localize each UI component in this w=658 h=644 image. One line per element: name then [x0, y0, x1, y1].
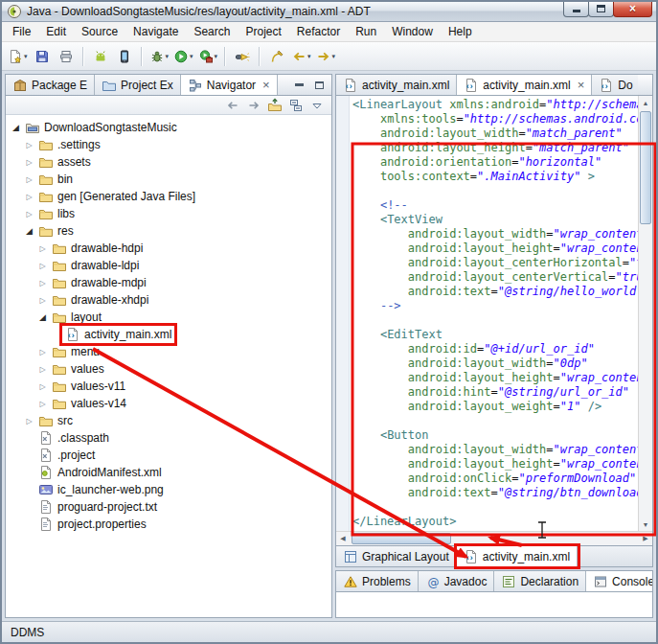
console-tab-declaration[interactable]: Declaration — [494, 571, 586, 591]
twistie-collapsed-icon[interactable]: ▷ — [36, 262, 49, 270]
console-tab-problems[interactable]: Problems — [336, 571, 419, 591]
save-button[interactable] — [31, 45, 54, 68]
avd-manager-button[interactable] — [113, 45, 136, 68]
titlebar[interactable]: Java - DownloadSongtasteMusic/res/layout… — [2, 2, 656, 22]
code-line[interactable]: android:text="@string/hello_world" /> — [352, 285, 638, 299]
last-edit-location-button[interactable] — [265, 45, 288, 68]
menu-window[interactable]: Window — [384, 22, 441, 41]
tree-item-classpath[interactable]: .classpath — [6, 429, 331, 447]
twistie-collapsed-icon[interactable]: ▷ — [36, 400, 49, 408]
code-line[interactable]: android:layout_centerHorizontal="true" — [352, 256, 638, 270]
tree-item-activity-main-xml[interactable]: activity_main.xml — [6, 326, 331, 343]
forward-button[interactable] — [244, 97, 263, 114]
maximize-view-button[interactable] — [310, 78, 328, 93]
view-tab-project-ex[interactable]: Project Ex — [95, 75, 181, 95]
twistie-collapsed-icon[interactable]: ▷ — [23, 175, 35, 184]
menu-run[interactable]: Run — [348, 22, 384, 41]
debug-button[interactable]: ▾ — [147, 45, 171, 68]
collapse-all-button[interactable] — [286, 97, 306, 114]
tree-item-menu[interactable]: ▷menu — [6, 343, 331, 360]
code-line[interactable]: <TextView — [352, 213, 638, 227]
twistie-collapsed-icon[interactable]: ▷ — [23, 141, 35, 150]
tree-item-layout[interactable]: ◢layout — [6, 309, 331, 326]
new-wizard-button[interactable]: ▾ — [6, 45, 30, 68]
scroll-down-icon[interactable]: ▼ — [639, 518, 652, 531]
view-tab-navigator[interactable]: Navigator× — [181, 75, 278, 95]
twistie-collapsed-icon[interactable]: ▷ — [23, 193, 35, 201]
code-line[interactable]: android:layout_height="wrap_content" — [352, 242, 638, 256]
minimize-button[interactable] — [563, 2, 589, 17]
code-line[interactable] — [352, 313, 638, 328]
code-line[interactable]: <!-- — [352, 198, 638, 213]
tree-item-values-v11[interactable]: ▷values-v11 — [6, 378, 331, 395]
menu-edit[interactable]: Edit — [38, 22, 74, 41]
view-tab-package-e[interactable]: Package E — [6, 75, 95, 95]
open-search-button[interactable] — [231, 45, 254, 68]
code-line[interactable]: android:onClick="preformDownload" — [352, 472, 638, 486]
back-button[interactable]: ▾ — [289, 45, 313, 68]
code-line[interactable]: </LinearLayout> — [352, 515, 638, 529]
tree-item-drawable-hdpi[interactable]: ▷drawable-hdpi — [6, 240, 331, 257]
code-line[interactable]: android:layout_width="wrap_content" — [352, 443, 638, 457]
code-line[interactable] — [352, 184, 638, 198]
editor-tab-do-2[interactable]: Do — [592, 75, 638, 95]
view-menu-button[interactable] — [307, 97, 327, 114]
menu-project[interactable]: Project — [238, 22, 288, 41]
code-line[interactable]: <Button — [352, 428, 638, 443]
twistie-collapsed-icon[interactable]: ▷ — [36, 348, 49, 356]
editor-page-tab-activity-main-xml[interactable]: activity_main.xml — [457, 546, 578, 566]
menu-search[interactable]: Search — [186, 22, 238, 41]
twistie-expanded-icon[interactable]: ◢ — [23, 226, 35, 236]
scroll-left-icon[interactable]: ◀ — [336, 532, 350, 545]
menu-file[interactable]: File — [5, 22, 38, 41]
tree-item-proguard-project-txt[interactable]: proguard-project.txt — [6, 498, 331, 516]
tree-item-drawable-xhdpi[interactable]: ▷drawable-xhdpi — [6, 291, 331, 309]
tree-item-gen-generated-java-files[interactable]: ▷gen [Generated Java Files] — [6, 188, 331, 205]
tree-item-androidmanifest-xml[interactable]: AndroidManifest.xml — [6, 464, 331, 481]
editor-tab-activity-main-xml-1[interactable]: activity_main.xml× — [457, 75, 592, 95]
tree-item-libs[interactable]: ▷libs — [6, 205, 331, 222]
twistie-collapsed-icon[interactable]: ▷ — [23, 158, 35, 167]
editor-tab-activity-main-xml-0[interactable]: activity_main.xml — [336, 75, 457, 95]
tree-item-values[interactable]: ▷values — [6, 360, 331, 378]
close-button[interactable]: × — [613, 2, 652, 17]
code-line[interactable] — [352, 414, 638, 428]
close-icon[interactable]: × — [578, 79, 585, 91]
twistie-collapsed-icon[interactable]: ▷ — [36, 279, 49, 288]
tree-item-project[interactable]: .project — [6, 447, 331, 464]
forward-button[interactable]: ▾ — [314, 45, 338, 68]
tree-item-values-v14[interactable]: ▷values-v14 — [6, 395, 331, 412]
android-sdk-manager-button[interactable] — [89, 45, 112, 68]
twistie-collapsed-icon[interactable]: ▷ — [23, 417, 35, 426]
print-button[interactable] — [55, 45, 78, 68]
menu-source[interactable]: Source — [74, 22, 125, 41]
scroll-right-icon[interactable]: ▶ — [639, 532, 652, 545]
vertical-scrollbar-thumb[interactable] — [640, 111, 651, 224]
tree-item-downloadsongtastemusic[interactable]: ◢DownloadSongtasteMusic — [6, 119, 331, 136]
console-tab-javadoc[interactable]: @Javadoc — [419, 571, 495, 591]
scroll-up-icon[interactable]: ▲ — [639, 96, 652, 109]
menu-help[interactable]: Help — [441, 22, 480, 41]
code-line[interactable]: android:layout_weight="1" /> — [352, 400, 638, 414]
horizontal-scrollbar[interactable]: ◀ ▶ — [336, 531, 652, 545]
tree-item-res[interactable]: ◢res — [6, 222, 331, 240]
code-line[interactable]: xmlns:tools="http://schemas.android.com/… — [352, 112, 638, 126]
code-area[interactable]: <LinearLayout xmlns:android="http://sche… — [350, 96, 638, 531]
code-line[interactable]: --> — [352, 299, 638, 313]
tree-item-drawable-ldpi[interactable]: ▷drawable-ldpi — [6, 257, 331, 274]
external-tools-button[interactable]: ▾ — [196, 45, 220, 68]
code-line[interactable] — [352, 500, 638, 515]
code-line[interactable]: android:layout_width="0dp" — [352, 356, 638, 371]
twistie-expanded-icon[interactable]: ◢ — [36, 312, 49, 322]
code-line[interactable]: android:layout_centerVertical="true" — [352, 270, 638, 285]
code-line[interactable]: <EditText — [352, 328, 638, 342]
code-line[interactable]: tools:context=".MainActivity" > — [352, 170, 638, 184]
back-button[interactable] — [223, 97, 242, 114]
tree-item-settings[interactable]: ▷.settings — [6, 136, 331, 153]
code-line[interactable]: android:id="@+id/url_or_id" — [352, 342, 638, 356]
code-line[interactable]: android:layout_width="wrap_content" — [352, 227, 638, 242]
code-line[interactable]: android:layout_height="wrap_content" — [352, 371, 638, 385]
tree-item-src[interactable]: ▷src — [6, 412, 331, 429]
editor-page-tab-graphical-layout[interactable]: Graphical Layout — [336, 546, 457, 566]
code-line[interactable]: android:layout_height="match_parent" — [352, 141, 638, 155]
